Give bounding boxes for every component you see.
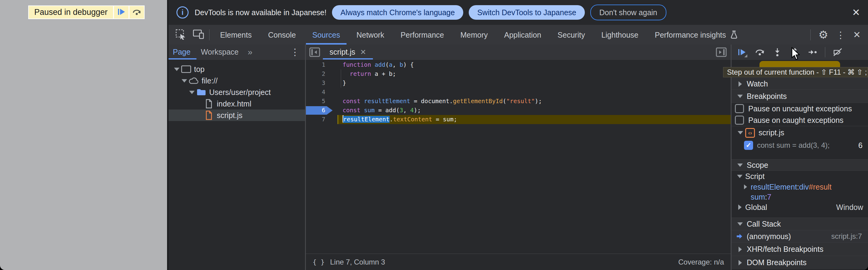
scope-var-resultelement[interactable]: resultElement: div#result — [732, 182, 868, 192]
expander-icon[interactable] — [182, 79, 187, 83]
pause-caught-row[interactable]: Pause on caught exceptions — [732, 114, 868, 126]
code-line-3[interactable]: 3} — [306, 79, 731, 88]
more-options-icon[interactable]: ⋮ — [836, 30, 845, 40]
section-breakpoints[interactable]: Breakpoints — [732, 90, 868, 103]
tab-workspace[interactable]: Workspace — [196, 44, 245, 59]
current-frame-arrow-icon — [736, 233, 743, 240]
devtools-close-icon[interactable]: ✕ — [853, 30, 861, 39]
section-watch[interactable]: Watch — [732, 78, 868, 90]
pause-uncaught-row[interactable]: Pause on uncaught exceptions — [732, 103, 868, 114]
sidebar-spacer — [732, 213, 868, 217]
breakpoint-entry-row[interactable]: ✓ const sum = add(3, 4); 6 — [732, 139, 868, 151]
file-icon — [204, 99, 214, 109]
line-number[interactable]: 3 — [306, 79, 325, 88]
chevron-right-icon — [739, 81, 742, 87]
resume-script-icon[interactable] — [737, 47, 747, 57]
tree-item-label: file:// — [202, 77, 218, 85]
file-tree: topfile://Users/user/projectindex.htmlsc… — [168, 60, 305, 121]
pause-caught-checkbox[interactable] — [735, 116, 744, 125]
settings-gear-icon[interactable]: ⚙ — [818, 29, 828, 40]
code-line-1[interactable]: 1function add(a, b) { — [306, 60, 731, 69]
section-dom-breakpoints[interactable]: DOM Breakpoints — [732, 256, 868, 269]
toggle-navigator-icon[interactable] — [309, 44, 320, 59]
deactivate-breakpoints-icon[interactable] — [833, 47, 843, 57]
breakpoint-line-number: 6 — [858, 141, 863, 150]
section-call-stack[interactable]: Call Stack — [732, 217, 868, 230]
chevron-down-icon — [737, 222, 743, 226]
tab-application[interactable]: Application — [496, 25, 549, 44]
code-line-5[interactable]: 5const resultElement = document.getEleme… — [306, 97, 731, 106]
code-line-text: resultElement.textContent = sum; — [343, 115, 457, 124]
editor-tab-script-js[interactable]: script.js ✕ — [323, 44, 373, 59]
code-line-6[interactable]: 6const sum = add(3, 4); — [306, 106, 731, 115]
line-number[interactable]: 6 — [306, 106, 325, 115]
tab-memory[interactable]: Memory — [452, 25, 496, 44]
inspect-element-icon[interactable] — [175, 29, 186, 41]
code-line-7[interactable]: 7resultElement.textContent = sum; — [306, 115, 731, 124]
tree-item-label: script.js — [217, 111, 243, 120]
step-into-icon[interactable] — [772, 47, 782, 57]
tab-security[interactable]: Security — [549, 25, 593, 44]
navigator-header: Page Workspace » ⋮ — [168, 44, 305, 60]
step-over-button[interactable] — [129, 6, 144, 19]
tab-label: Security — [558, 31, 585, 39]
switch-devtools-japanese-button[interactable]: Switch DevTools to Japanese — [469, 5, 585, 20]
expander-icon[interactable] — [189, 91, 195, 94]
tab-performance[interactable]: Performance — [392, 25, 452, 44]
tab-sources[interactable]: Sources — [304, 25, 348, 44]
paused-banner-label: Paused in debugger — [29, 6, 113, 19]
step-icon[interactable] — [807, 47, 818, 57]
tab-console[interactable]: Console — [260, 25, 304, 44]
editor-tab-close-icon[interactable]: ✕ — [360, 48, 366, 56]
scope-global-row[interactable]: Global Window — [732, 202, 868, 213]
match-chrome-language-button[interactable]: Always match Chrome's language — [332, 5, 463, 20]
indent-guide — [341, 69, 341, 79]
line-number[interactable]: 5 — [306, 97, 325, 106]
tab-label: Sources — [312, 31, 340, 39]
line-number[interactable]: 7 — [306, 115, 325, 124]
step-over-icon[interactable] — [754, 47, 765, 57]
expander-icon[interactable] — [174, 68, 180, 71]
editor-pane: script.js ✕ 1function add(a, b) {2 retur… — [306, 44, 732, 270]
tab-label: Memory — [460, 31, 488, 39]
tab-elements[interactable]: Elements — [212, 25, 260, 44]
section-xhr-breakpoints[interactable]: XHR/fetch Breakpoints — [732, 242, 868, 256]
tab-lighthouse[interactable]: Lighthouse — [593, 25, 646, 44]
line-number[interactable]: 2 — [306, 69, 325, 79]
navigator-pane: Page Workspace » ⋮ topfile://Users/user/… — [168, 44, 306, 270]
line-number[interactable]: 4 — [306, 88, 325, 97]
tree-item-file-[interactable]: file:// — [168, 75, 305, 86]
pretty-print-icon[interactable]: { } — [313, 258, 325, 266]
more-tabs-icon[interactable]: » — [245, 44, 255, 59]
code-line-text: const resultElement = document.getElemen… — [343, 97, 542, 106]
cloud-icon — [188, 77, 199, 85]
code-line-4[interactable]: 4 — [306, 88, 731, 97]
tree-item-index-html[interactable]: index.html — [168, 98, 305, 110]
tabbar-separator — [209, 29, 210, 40]
device-toolbar-icon[interactable] — [193, 29, 204, 41]
code-editor[interactable]: 1function add(a, b) {2 return a + b;3}45… — [306, 60, 731, 253]
pause-uncaught-checkbox[interactable] — [735, 104, 744, 113]
tree-item-top[interactable]: top — [168, 63, 305, 75]
breakpoint-checkbox[interactable]: ✓ — [744, 141, 753, 150]
mouse-cursor — [791, 47, 803, 62]
controls-separator — [825, 47, 825, 57]
tree-item-users-user-project[interactable]: Users/user/project — [168, 86, 305, 98]
infobar-close-icon[interactable]: ✕ — [852, 0, 860, 25]
scope-script-row[interactable]: Script — [732, 171, 868, 182]
chevron-down-icon — [738, 131, 743, 134]
code-line-2[interactable]: 2 return a + b; — [306, 69, 731, 79]
toggle-debugger-sidebar-icon[interactable] — [715, 44, 727, 59]
navigator-menu-icon[interactable]: ⋮ — [290, 44, 305, 59]
scope-var-sum[interactable]: sum: 7 — [732, 192, 868, 202]
tab-page[interactable]: Page — [168, 44, 196, 59]
tab-network[interactable]: Network — [348, 25, 393, 44]
breakpoint-group-row[interactable]: ‹› script.js — [732, 126, 868, 139]
line-number[interactable]: 1 — [306, 60, 325, 69]
section-scope[interactable]: Scope — [732, 159, 868, 171]
tab-performance-insights[interactable]: Performance insights — [647, 25, 746, 44]
call-stack-frame[interactable]: (anonymous) script.js:7 — [732, 230, 868, 242]
dont-show-again-button[interactable]: Don't show again — [590, 5, 666, 20]
tree-item-script-js[interactable]: script.js — [168, 110, 305, 121]
resume-script-button[interactable] — [114, 6, 128, 19]
